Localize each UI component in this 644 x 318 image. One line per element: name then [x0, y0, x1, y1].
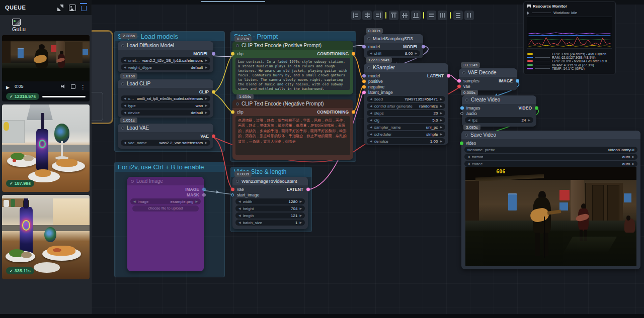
- widget-fps[interactable]: fps24: [465, 117, 533, 123]
- collapse-dot-icon[interactable]: [462, 71, 465, 74]
- right-arrow-icon[interactable]: [205, 141, 207, 144]
- collapse-dot-icon[interactable]: [465, 134, 468, 137]
- resource-monitor-panel[interactable]: Resource Monitor Workflow: Idle CPU: 3.6…: [523, 2, 616, 74]
- distribute-vertical-button[interactable]: [438, 11, 447, 20]
- model-input-port[interactable]: [362, 45, 366, 48]
- widget-denoise[interactable]: denoise1.00: [367, 138, 445, 144]
- saved-video-preview[interactable]: 606: [465, 167, 636, 266]
- vae-output-port[interactable]: [212, 134, 215, 138]
- left-arrow-icon[interactable]: [238, 221, 241, 224]
- video-thumbnail-subway[interactable]: [2, 35, 90, 81]
- widget-length[interactable]: length121: [235, 213, 305, 219]
- right-arrow-icon[interactable]: [299, 207, 302, 210]
- left-arrow-icon[interactable]: [124, 111, 126, 114]
- left-arrow-icon[interactable]: [467, 155, 470, 158]
- clip-input-port[interactable]: [231, 52, 234, 55]
- widget-format[interactable]: formatauto: [464, 154, 637, 160]
- distribute-horizontal-button[interactable]: [427, 11, 436, 20]
- video-input-port[interactable]: [460, 141, 463, 145]
- widget-height[interactable]: height704: [235, 205, 305, 211]
- left-arrow-icon[interactable]: [238, 214, 241, 217]
- right-arrow-icon[interactable]: [299, 214, 302, 217]
- collapse-dot-icon[interactable]: [236, 180, 239, 183]
- node-load-vae[interactable]: Load VAE VAE vae_namewan2.2_vae.safetens…: [118, 124, 213, 149]
- node-create-video[interactable]: Create Video imagesVIDEO audio fps24: [462, 95, 536, 127]
- positive-prompt-textarea[interactable]: Low contrast. In a faded 1970s-style sub…: [235, 58, 350, 90]
- node-header[interactable]: VAE Decode: [459, 68, 517, 77]
- widget-unet-name[interactable]: unet_namewan2.2_ti2v_5B_fp16.safetensors: [121, 57, 210, 63]
- start-image-input-port[interactable]: [231, 193, 234, 196]
- left-arrow-icon[interactable]: [124, 104, 126, 107]
- latent-output-port[interactable]: [306, 187, 310, 191]
- right-arrow-icon[interactable]: [440, 140, 442, 143]
- collapse-dot-icon[interactable]: [121, 82, 124, 85]
- left-arrow-icon[interactable]: [468, 119, 470, 122]
- widget-device[interactable]: devicedefault: [121, 110, 210, 116]
- right-arrow-icon[interactable]: [632, 155, 634, 158]
- left-arrow-icon[interactable]: [370, 126, 372, 129]
- left-arrow-icon[interactable]: [370, 112, 372, 115]
- widget-image[interactable]: imageexample.png: [130, 198, 201, 204]
- left-arrow-icon[interactable]: [370, 97, 372, 100]
- audio-input-port[interactable]: [460, 112, 463, 115]
- chevron-right-icon[interactable]: [527, 12, 529, 15]
- node-header[interactable]: ModelSamplingSD3: [364, 34, 423, 43]
- collapse-panel-icon[interactable]: [57, 5, 64, 11]
- collapse-dot-icon[interactable]: [465, 98, 468, 101]
- align-center-horizontal-button[interactable]: [362, 11, 372, 20]
- left-arrow-icon[interactable]: [370, 104, 372, 108]
- latent-output-port[interactable]: [447, 74, 450, 77]
- left-arrow-icon[interactable]: [370, 140, 372, 143]
- node-save-video[interactable]: Save Video video filename_prefixvideo/Co…: [461, 131, 640, 269]
- queue-item-image-1[interactable]: 187.99s: [2, 104, 90, 192]
- node-header[interactable]: Load VAE: [118, 124, 213, 132]
- negative-prompt-textarea[interactable]: 色调艳丽，过曝，静态，细节模糊不清，字幕，风格，作品，画作，画面，静止，整体发灰…: [235, 116, 350, 155]
- video-progress-bar[interactable]: [42, 96, 86, 97]
- images-input-port[interactable]: [460, 106, 464, 110]
- left-arrow-icon[interactable]: [133, 200, 136, 203]
- collapse-dot-icon[interactable]: [367, 37, 370, 40]
- collapse-dot-icon[interactable]: [367, 66, 370, 69]
- node-load-image-muted[interactable]: Load Image IMAGE MASK imageexample.png c…: [127, 177, 204, 271]
- right-arrow-icon[interactable]: [415, 52, 417, 55]
- node-header[interactable]: Wan22ImageToVideoLatent: [232, 177, 308, 185]
- widget-scheduler[interactable]: schedulersimple: [367, 131, 445, 137]
- right-arrow-icon[interactable]: [205, 97, 207, 100]
- node-clip-text-encode-positive[interactable]: CLIP Text Encode (Positive Prompt) clipC…: [232, 41, 353, 94]
- right-arrow-icon[interactable]: [440, 97, 442, 100]
- positive-input-port[interactable]: [362, 79, 366, 83]
- widget-batch-size[interactable]: batch_size1: [235, 220, 305, 226]
- collapse-dot-icon[interactable]: [236, 44, 239, 47]
- left-arrow-icon[interactable]: [370, 119, 372, 122]
- group-title[interactable]: For i2v, use Ctrl + B to enable: [115, 162, 224, 172]
- right-arrow-icon[interactable]: [205, 59, 207, 62]
- kebab-menu-icon[interactable]: [80, 82, 86, 91]
- right-arrow-icon[interactable]: [440, 119, 442, 122]
- widget-filename-prefix[interactable]: filename_prefixvideo/ComfyUI: [464, 147, 637, 153]
- node-wan22-image-to-video-latent[interactable]: Wan22ImageToVideoLatent vaeLATENT start_…: [232, 177, 308, 229]
- node-header[interactable]: CLIP Text Encode (Negative Prompt): [232, 99, 353, 108]
- node-header[interactable]: Load Diffusion Model: [118, 41, 213, 50]
- stretch-vertical-button[interactable]: [464, 11, 474, 20]
- right-arrow-icon[interactable]: [299, 221, 302, 224]
- align-top-button[interactable]: [389, 11, 398, 20]
- vae-input-port[interactable]: [231, 187, 234, 191]
- node-header[interactable]: KSampler: [364, 63, 448, 72]
- node-header[interactable]: Load Image: [127, 177, 204, 185]
- node-vae-decode[interactable]: VAE Decode samplesIMAGE vae: [459, 68, 517, 90]
- widget-shift[interactable]: shift8.00: [367, 50, 420, 56]
- align-center-vertical-button[interactable]: [400, 11, 410, 20]
- node-model-sampling-sd3[interactable]: ModelSamplingSD3 modelMODEL shift8.00: [364, 34, 423, 58]
- node-clip-text-encode-negative[interactable]: CLIP Text Encode (Negative Prompt) clipC…: [232, 99, 353, 160]
- right-arrow-icon[interactable]: [440, 126, 442, 129]
- choose-file-button[interactable]: choose file to upload: [132, 205, 199, 211]
- partially-visible-node[interactable]: [92, 30, 113, 124]
- left-arrow-icon[interactable]: [124, 97, 126, 100]
- collapse-dot-icon[interactable]: [131, 180, 134, 183]
- right-arrow-icon[interactable]: [205, 66, 207, 69]
- queue-item-image-2[interactable]: 335.11s: [2, 195, 90, 279]
- negative-input-port[interactable]: [362, 85, 366, 88]
- node-header[interactable]: Load CLIP: [118, 79, 213, 88]
- samples-input-port[interactable]: [457, 79, 461, 82]
- model-output-port[interactable]: [212, 52, 215, 55]
